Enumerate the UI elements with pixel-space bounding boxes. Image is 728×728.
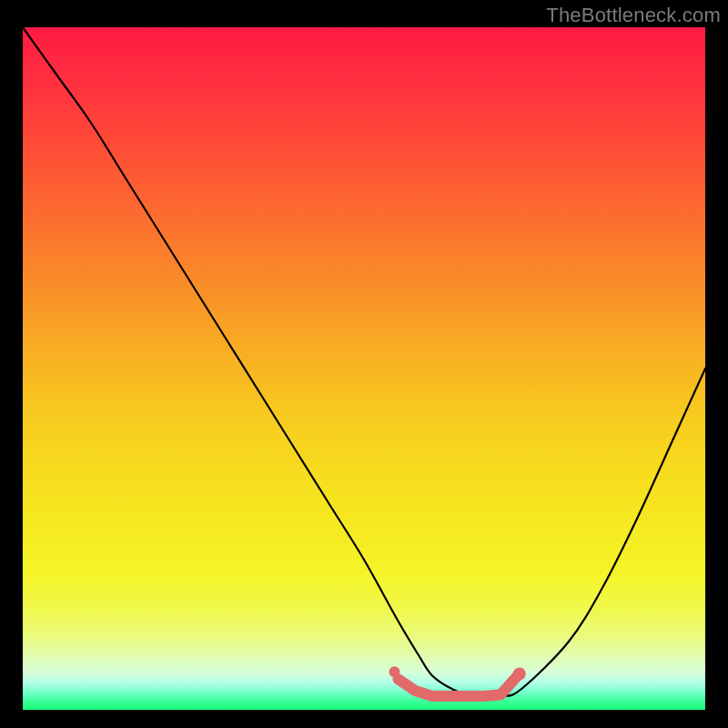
svg-point-1	[513, 668, 526, 681]
watermark-text: TheBottleneck.com	[546, 4, 721, 27]
trough-marker	[389, 666, 526, 696]
svg-point-0	[389, 666, 400, 677]
bottleneck-curve	[23, 27, 705, 697]
chart-svg	[23, 27, 705, 710]
